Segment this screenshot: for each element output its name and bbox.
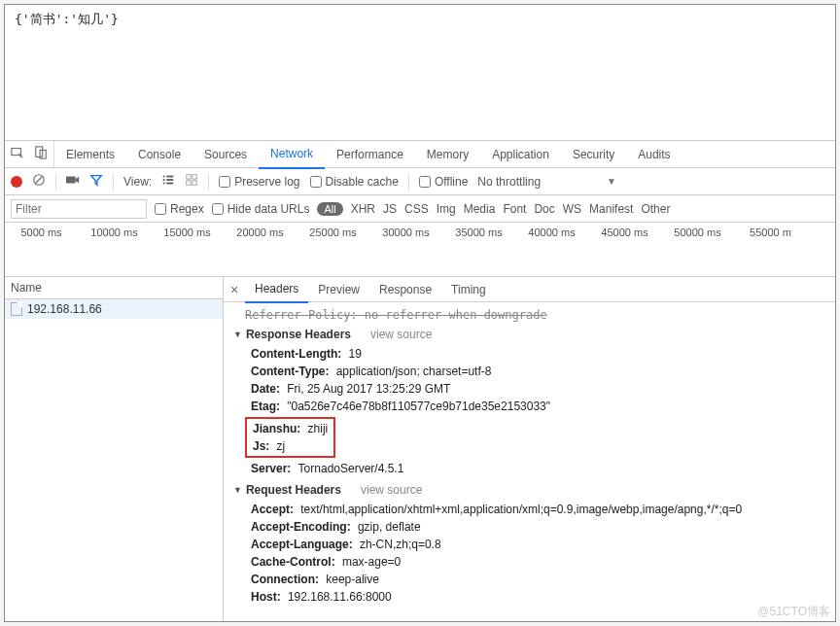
view-source-link[interactable]: view source <box>361 483 422 497</box>
inspect-icon[interactable] <box>11 146 24 162</box>
svg-rect-1 <box>36 147 43 157</box>
highlight-box: Jianshu: zhiji Js: zj <box>245 417 335 458</box>
network-toolbar: View: Preserve log Disable cache Offline… <box>5 168 835 195</box>
filter-manifest[interactable]: Manifest <box>589 202 633 216</box>
svg-rect-11 <box>166 183 173 185</box>
devtools-tab-bar: Elements Console Sources Network Perform… <box>5 141 835 168</box>
svg-rect-6 <box>163 176 165 178</box>
timeline-ruler[interactable]: 5000 ms 10000 ms 15000 ms 20000 ms 25000… <box>5 223 835 277</box>
network-grid: Name 192.168.11.66 × Headers Preview Res… <box>5 277 835 621</box>
filter-bar: Regex Hide data URLs All XHR JS CSS Img … <box>5 195 835 223</box>
tab-application[interactable]: Application <box>480 141 561 168</box>
svg-rect-7 <box>166 176 173 178</box>
tab-network[interactable]: Network <box>259 140 325 169</box>
req-hdr: Accept: text/html,application/xhtml+xml,… <box>251 501 825 518</box>
close-detail-button[interactable]: × <box>224 282 245 297</box>
view-label: View: <box>123 175 152 189</box>
offline-check[interactable]: Offline <box>419 175 468 189</box>
filter-font[interactable]: Font <box>503 202 526 216</box>
hide-data-urls-check[interactable]: Hide data URLs <box>212 202 310 216</box>
view-source-link[interactable]: view source <box>370 328 432 341</box>
regex-check[interactable]: Regex <box>155 202 204 216</box>
filter-media[interactable]: Media <box>464 202 496 216</box>
filter-other[interactable]: Other <box>641 202 670 216</box>
view-grid-icon[interactable] <box>185 173 198 190</box>
dtab-headers[interactable]: Headers <box>245 276 308 303</box>
resp-hdr-hi: Js: zj <box>253 437 328 455</box>
resp-hdr: Etag: "0a526e7c46e78b8f110577ce9b71de35e… <box>251 398 825 415</box>
tab-memory[interactable]: Memory <box>415 141 480 168</box>
req-hdr: Host: 192.168.11.66:8000 <box>251 588 825 606</box>
resp-hdr: Date: Fri, 25 Aug 2017 13:25:29 GMT <box>251 380 825 398</box>
disable-cache-check[interactable]: Disable cache <box>310 175 399 189</box>
inspect-icons <box>5 141 54 167</box>
filter-doc[interactable]: Doc <box>534 202 554 216</box>
response-headers-section[interactable]: Response Headers view source <box>233 328 825 341</box>
devtools-panel: Elements Console Sources Network Perform… <box>5 141 835 621</box>
request-detail: × Headers Preview Response Timing Referr… <box>224 277 835 621</box>
tab-performance[interactable]: Performance <box>325 141 415 168</box>
camera-icon[interactable] <box>66 174 80 189</box>
resp-hdr: Server: TornadoServer/4.5.1 <box>251 460 825 477</box>
filter-ws[interactable]: WS <box>563 202 581 216</box>
filter-css[interactable]: CSS <box>404 202 429 216</box>
view-list-icon[interactable] <box>161 173 175 190</box>
svg-rect-5 <box>66 177 76 184</box>
dtab-preview[interactable]: Preview <box>308 277 369 302</box>
req-hdr: Accept-Language: zh-CN,zh;q=0.8 <box>251 536 825 553</box>
headers-body: Referrer Policy: no-referrer-when-downgr… <box>224 302 835 621</box>
preserve-log-check[interactable]: Preserve log <box>219 175 299 189</box>
app-window: {'简书':'知几'} Elements Console Sources Net… <box>4 4 836 622</box>
svg-line-4 <box>36 177 43 184</box>
req-hdr: Connection: keep-alive <box>251 571 825 588</box>
filter-img[interactable]: Img <box>437 202 456 216</box>
svg-rect-13 <box>192 175 196 179</box>
request-name: 192.168.11.66 <box>27 302 102 316</box>
throttle-select[interactable]: No throttling▼ <box>477 175 616 189</box>
request-headers-section[interactable]: Request Headers view source <box>233 483 825 497</box>
record-button[interactable] <box>11 176 22 188</box>
svg-rect-15 <box>192 181 196 185</box>
detail-tab-bar: × Headers Preview Response Timing <box>224 277 835 302</box>
req-hdr: Accept-Encoding: gzip, deflate <box>251 518 825 536</box>
file-icon <box>11 302 22 316</box>
request-row[interactable]: 192.168.11.66 <box>5 299 223 319</box>
device-icon[interactable] <box>34 146 48 162</box>
tab-sources[interactable]: Sources <box>192 141 259 168</box>
tab-console[interactable]: Console <box>126 141 192 168</box>
filter-input[interactable] <box>11 199 147 219</box>
tab-audits[interactable]: Audits <box>626 141 682 168</box>
resp-hdr: Content-Type: application/json; charset=… <box>251 363 825 380</box>
name-header: Name <box>5 277 223 299</box>
watermark: @51CTO博客 <box>757 604 830 620</box>
svg-rect-9 <box>166 179 173 181</box>
resp-hdr: Content-Length: 19 <box>251 345 825 363</box>
filter-xhr[interactable]: XHR <box>351 202 375 216</box>
clear-button[interactable] <box>32 173 46 190</box>
request-list: Name 192.168.11.66 <box>5 277 224 621</box>
svg-rect-10 <box>163 183 165 185</box>
truncated-line: Referrer Policy: no-referrer-when-downgr… <box>245 308 825 322</box>
svg-rect-12 <box>187 175 191 179</box>
tab-elements[interactable]: Elements <box>54 141 126 168</box>
req-hdr: Cache-Control: max-age=0 <box>251 553 825 571</box>
filter-all[interactable]: All <box>317 202 342 216</box>
svg-rect-8 <box>163 179 165 181</box>
svg-rect-14 <box>187 181 191 185</box>
resp-hdr-hi: Jianshu: zhiji <box>253 420 328 437</box>
tab-security[interactable]: Security <box>561 141 626 168</box>
dtab-timing[interactable]: Timing <box>441 277 496 302</box>
dtab-response[interactable]: Response <box>369 277 441 302</box>
page-content: {'简书':'知几'} <box>5 5 835 141</box>
filter-js[interactable]: JS <box>383 202 397 216</box>
filter-icon[interactable] <box>89 173 103 190</box>
tab-list: Elements Console Sources Network Perform… <box>54 141 682 167</box>
